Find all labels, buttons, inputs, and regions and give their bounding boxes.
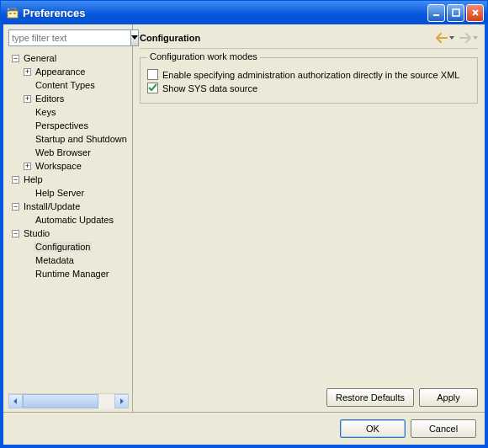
svg-rect-4	[433, 14, 439, 16]
tree-label: Content Types	[34, 80, 97, 90]
checkbox-show-sys-data-source[interactable]	[147, 83, 158, 93]
option-enable-admin-auth[interactable]: Enable specifying administration authori…	[147, 69, 470, 80]
tree-toggle-placeholder	[24, 109, 31, 116]
tree-toggle-placeholder	[24, 149, 31, 157]
tree-toggle-placeholder	[24, 243, 31, 251]
ok-button[interactable]: OK	[340, 419, 406, 438]
tree-toggle-placeholder	[24, 82, 31, 89]
right-pane: Configuration Configura	[133, 24, 485, 412]
sysmenu-icon[interactable]	[6, 6, 19, 19]
scroll-left-button[interactable]	[8, 394, 23, 408]
tree-item-general[interactable]: − General	[8, 51, 129, 65]
left-pane: − General + Appearance Content Types	[3, 24, 133, 412]
scroll-thumb[interactable]	[23, 394, 98, 408]
tree-label: Metadata	[34, 255, 76, 265]
tree-label: Install/Update	[22, 201, 82, 211]
svg-rect-1	[9, 13, 12, 14]
horizontal-scrollbar[interactable]	[8, 393, 129, 408]
dialog-buttons: OK Cancel	[3, 412, 485, 445]
option-show-sys-data-source[interactable]: Show SYS data source	[147, 83, 470, 93]
tree-toggle-placeholder	[24, 189, 31, 197]
tree-toggle-placeholder	[24, 136, 31, 143]
svg-point-3	[7, 8, 10, 11]
tree-item-help-server[interactable]: Help Server	[8, 186, 129, 200]
tree-item-workspace[interactable]: + Workspace	[8, 159, 129, 173]
window-buttons	[427, 4, 484, 22]
tree-label: Configuration	[34, 242, 92, 252]
minimize-button[interactable]	[427, 4, 445, 22]
option-label: Enable specifying administration authori…	[162, 70, 459, 80]
tree-item-content-types[interactable]: Content Types	[8, 78, 129, 92]
tree-label: Keys	[34, 107, 57, 117]
tree-toggle-placeholder	[24, 122, 31, 130]
upper-area: − General + Appearance Content Types	[3, 24, 485, 412]
tree-label: Perspectives	[34, 120, 90, 131]
svg-rect-0	[8, 11, 18, 18]
cancel-button[interactable]: Cancel	[411, 419, 476, 438]
content-area: − General + Appearance Content Types	[1, 24, 487, 447]
tree-label: Appearance	[34, 67, 87, 77]
window-title: Preferences	[23, 7, 427, 19]
svg-rect-5	[453, 9, 459, 16]
tree-toggle-install-update[interactable]: −	[12, 203, 19, 211]
tree-item-startup[interactable]: Startup and Shutdown	[8, 132, 129, 146]
tree-item-install-update[interactable]: − Install/Update	[8, 200, 129, 213]
tree-label: Editors	[34, 93, 66, 104]
nav-forward-history-icon[interactable]	[473, 36, 478, 40]
nav-back-history-icon[interactable]	[449, 36, 454, 40]
tree-toggle-studio[interactable]: −	[12, 230, 19, 237]
apply-button[interactable]: Apply	[419, 388, 478, 407]
filter-input[interactable]	[8, 29, 131, 46]
tree-label: Automatic Updates	[34, 215, 115, 225]
tree-toggle-editors[interactable]: +	[24, 95, 31, 103]
tree-label: General	[22, 53, 58, 63]
tree-item-configuration[interactable]: Configuration	[8, 240, 129, 253]
nav-back-button[interactable]	[436, 33, 448, 43]
tree-item-appearance[interactable]: + Appearance	[8, 65, 129, 78]
page-header: Configuration	[140, 28, 478, 49]
tree-item-editors[interactable]: + Editors	[8, 92, 129, 105]
restore-defaults-button[interactable]: Restore Defaults	[326, 388, 414, 407]
page-buttons: Restore Defaults Apply	[140, 385, 478, 407]
svg-rect-2	[13, 13, 16, 14]
filter-row	[8, 29, 129, 46]
tree-label: Help	[22, 174, 45, 184]
close-button[interactable]	[466, 4, 484, 22]
tree-viewport: − General + Appearance Content Types	[8, 51, 129, 408]
tree-toggle-help[interactable]: −	[12, 176, 19, 184]
tree-item-runtime-manager[interactable]: Runtime Manager	[8, 267, 129, 280]
maximize-button[interactable]	[447, 4, 464, 22]
tree-toggle-placeholder	[24, 270, 31, 278]
preferences-tree[interactable]: − General + Appearance Content Types	[8, 51, 129, 393]
tree-label: Help Server	[34, 188, 86, 198]
tree-toggle-placeholder	[24, 257, 31, 264]
tree-label: Workspace	[34, 161, 83, 171]
tree-label: Startup and Shutdown	[34, 134, 129, 144]
tree-label: Runtime Manager	[34, 269, 110, 279]
tree-item-perspectives[interactable]: Perspectives	[8, 119, 129, 132]
tree-item-help[interactable]: − Help	[8, 173, 129, 186]
tree-toggle-placeholder	[24, 216, 31, 224]
group-legend: Configuration work modes	[147, 51, 260, 61]
preferences-window: Preferences	[0, 0, 488, 448]
tree-toggle-general[interactable]: −	[12, 55, 19, 62]
tree-item-keys[interactable]: Keys	[8, 105, 129, 119]
configuration-work-modes-group: Configuration work modes Enable specifyi…	[140, 57, 478, 104]
page-title: Configuration	[140, 33, 432, 43]
tree-item-automatic-updates[interactable]: Automatic Updates	[8, 213, 129, 227]
option-label: Show SYS data source	[162, 83, 257, 93]
tree-label: Studio	[22, 228, 51, 238]
tree-toggle-appearance[interactable]: +	[24, 68, 31, 76]
tree-item-web-browser[interactable]: Web Browser	[8, 146, 129, 159]
tree-item-metadata[interactable]: Metadata	[8, 253, 129, 267]
scroll-track[interactable]	[23, 394, 114, 408]
tree-toggle-workspace[interactable]: +	[24, 163, 31, 170]
checkbox-enable-admin-auth[interactable]	[147, 69, 158, 80]
nav-forward-button[interactable]	[459, 33, 471, 43]
title-bar: Preferences	[1, 1, 487, 24]
tree-item-studio[interactable]: − Studio	[8, 227, 129, 240]
scroll-right-button[interactable]	[114, 394, 129, 408]
spacer	[140, 110, 478, 385]
tree-label: Web Browser	[34, 147, 93, 157]
